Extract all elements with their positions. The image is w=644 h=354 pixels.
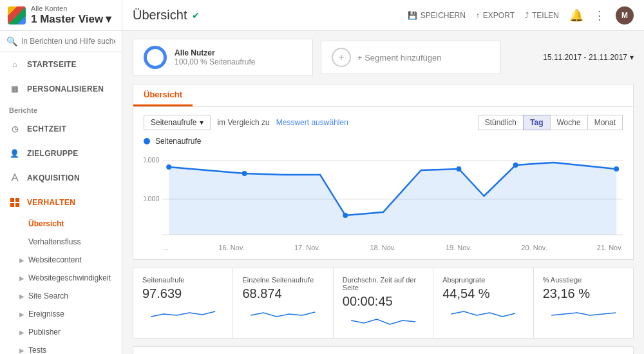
home-icon: ⌂ — [9, 59, 21, 70]
time-btn-tag[interactable]: Tag — [523, 115, 550, 130]
metric-label-einzelne: Einzelne Seitenaufrufe — [242, 276, 323, 284]
akquisition-icon — [9, 172, 21, 184]
metric-ausstiege: % Ausstiege 23,16 % — [534, 268, 633, 338]
sidebar-item-zielgruppe[interactable]: 👤 ZIELGRUPPE — [0, 141, 122, 166]
search-icon: 🔍 — [6, 36, 17, 46]
sidebar-sub-tests-label: Tests — [28, 346, 46, 354]
share-icon: ⤴ — [525, 11, 529, 20]
sidebar-search-container: 🔍 — [0, 31, 122, 52]
sparkline-einzelne — [242, 305, 323, 320]
svg-rect-2 — [15, 198, 19, 202]
topbar: Übersicht ✔ 💾 SPEICHERN ↑ EXPORT ⤴ TEILE… — [122, 0, 644, 31]
metric-value-ausstiege: 23,16 % — [543, 286, 624, 301]
metric-value-absprungrate: 44,54 % — [442, 286, 524, 301]
segment-add-button[interactable]: + + Segment hinzufügen — [321, 41, 501, 74]
add-circle-icon: + — [332, 48, 351, 67]
svg-point-15 — [614, 166, 619, 172]
x-label-2: 17. Nov. — [294, 244, 320, 251]
sidebar-sub-websitecontent[interactable]: ▶ Websitecontent — [0, 251, 122, 269]
tabs-bar: Übersicht — [133, 84, 634, 106]
export-icon: ↑ — [476, 11, 480, 20]
view-title[interactable]: 1 Master View ▾ — [31, 12, 111, 26]
svg-rect-3 — [10, 203, 14, 207]
date-dropdown-arrow: ▾ — [630, 53, 634, 62]
sidebar-item-verhalten[interactable]: VERHALTEN — [0, 190, 122, 215]
metric-value-seitenaufrufe: 97.639 — [142, 286, 223, 301]
chart-svg-container: 20.000 10.000 — [144, 151, 623, 241]
sidebar-item-personalisieren[interactable]: ▦ PERSONALISIEREN — [0, 77, 122, 101]
sidebar-item-personalisieren-label: PERSONALISIEREN — [27, 84, 104, 93]
sidebar-item-echtzeit[interactable]: ◷ ECHTZEIT — [0, 117, 122, 141]
segment-info: Alle Nutzer 100,00 % Seitenaufrufe — [175, 48, 255, 66]
segment-card-all-users: Alle Nutzer 100,00 % Seitenaufrufe — [133, 39, 313, 76]
sidebar-sub-ereignisse-label: Ereignisse — [28, 310, 64, 319]
svg-point-12 — [343, 213, 348, 218]
sidebar-sub-site-search-label: Site Search — [28, 291, 68, 300]
sidebar-sub-verhaltenfluss-label: Verhaltensfluss — [28, 237, 80, 246]
topbar-right: 💾 SPEICHERN ↑ EXPORT ⤴ TEILEN 🔔 ⋮ M — [408, 6, 634, 25]
sidebar-sub-verhaltenfluss[interactable]: Verhaltensfluss — [0, 233, 122, 251]
time-buttons: Stündlich Tag Woche Monat — [478, 115, 623, 130]
metric-dropdown[interactable]: Seitenaufrufe ▾ — [144, 115, 211, 130]
sidebar-sub-websitecontent-label: Websitecontent — [28, 255, 82, 264]
export-button[interactable]: ↑ EXPORT — [476, 11, 515, 20]
sidebar-sub-ereignisse[interactable]: ▶ Ereignisse — [0, 305, 122, 323]
x-label-5: 20. Nov. — [521, 244, 547, 251]
sidebar-item-akquisition[interactable]: AKQUISITION — [0, 166, 122, 190]
metric-label-absprungrate: Absprungrate — [442, 276, 524, 284]
sidebar-sub-site-search[interactable]: ▶ Site Search — [0, 287, 122, 305]
chart-legend: Seitenaufrufe — [144, 137, 623, 146]
segment-donut — [144, 46, 167, 69]
dropdown-arrow-icon: ▾ — [200, 118, 204, 127]
metric-label-ausstiege: % Ausstiege — [543, 276, 624, 284]
sparkline-absprungrate — [442, 305, 524, 320]
svg-point-13 — [457, 166, 462, 172]
time-btn-woche[interactable]: Woche — [550, 115, 588, 130]
chart-container: Seitenaufrufe ▾ im Vergleich zu Messwert… — [133, 106, 634, 260]
metric-seitenaufrufe: Seitenaufrufe 97.639 — [133, 268, 233, 338]
sidebar-item-zielgruppe-label: ZIELGRUPPE — [27, 149, 79, 158]
expand-icon-ereignisse: ▶ — [19, 311, 24, 318]
svg-point-14 — [513, 162, 518, 168]
metric-value-verweildauer: 00:00:45 — [343, 294, 424, 309]
x-label-6: 21. Nov. — [597, 244, 623, 251]
notification-icon[interactable]: 🔔 — [569, 8, 583, 23]
search-input[interactable] — [21, 37, 115, 46]
expand-icon-publisher: ▶ — [19, 329, 24, 336]
sidebar-sub-websitegeschwindigkeit[interactable]: ▶ Websitegeschwindigkeit — [0, 269, 122, 287]
more-options-icon[interactable]: ⋮ — [594, 8, 605, 23]
x-label-0: ... — [163, 244, 169, 251]
date-range-picker[interactable]: 15.11.2017 - 21.11.2017 ▾ — [543, 53, 634, 62]
view-dropdown-arrow: ▾ — [106, 12, 111, 26]
segment-add-label: + Segment hinzufügen — [357, 53, 441, 63]
compare-text: im Vergleich zu — [217, 118, 269, 127]
tab-ubersicht[interactable]: Übersicht — [133, 84, 193, 106]
date-range-value: 15.11.2017 - 21.11.2017 — [543, 53, 627, 62]
svg-rect-1 — [10, 198, 14, 202]
chart-svg: 20.000 10.000 — [144, 151, 623, 241]
avatar[interactable]: M — [616, 6, 634, 25]
chart-x-labels: ... 16. Nov. 17. Nov. 18. Nov. 19. Nov. … — [144, 241, 623, 251]
expand-icon-websitegeschwindigkeit: ▶ — [19, 275, 24, 282]
save-button[interactable]: 💾 SPEICHERN — [408, 11, 466, 20]
compare-link[interactable]: Messwert auswählen — [276, 118, 348, 127]
sidebar-sub-websitegeschwindigkeit-label: Websitegeschwindigkeit — [28, 273, 111, 282]
clock-icon: ◷ — [9, 123, 21, 135]
time-btn-monat[interactable]: Monat — [587, 115, 623, 130]
content-area: Alle Nutzer 100,00 % Seitenaufrufe + + S… — [122, 31, 644, 354]
sidebar-item-startseite[interactable]: ⌂ STARTSEITE — [0, 52, 122, 77]
metric-verweildauer: Durchschn. Zeit auf der Seite 00:00:45 — [334, 268, 433, 338]
brand-icon — [8, 6, 26, 25]
share-button[interactable]: ⤴ TEILEN — [525, 11, 559, 20]
chart-controls: Seitenaufrufe ▾ im Vergleich zu Messwert… — [144, 115, 623, 130]
segment-pct: 100,00 % Seitenaufrufe — [175, 57, 255, 66]
sidebar-sub-tests[interactable]: ▶ Tests — [0, 341, 122, 354]
time-btn-stundlich[interactable]: Stündlich — [478, 115, 524, 130]
sidebar-sub-publisher[interactable]: ▶ Publisher — [0, 323, 122, 341]
save-icon: 💾 — [408, 11, 417, 20]
sidebar-sub-ubersicht[interactable]: Übersicht — [0, 215, 122, 233]
metric-value-einzelne: 68.874 — [242, 286, 323, 301]
x-label-3: 18. Nov. — [370, 244, 395, 251]
grid-icon: ▦ — [9, 83, 21, 95]
expand-icon-websitecontent: ▶ — [19, 257, 24, 264]
